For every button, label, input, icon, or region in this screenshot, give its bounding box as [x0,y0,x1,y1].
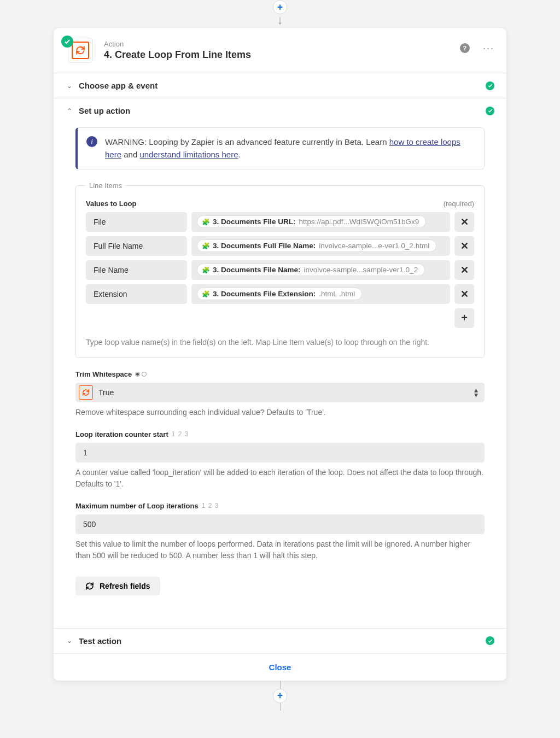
add-step-top[interactable]: + [273,0,287,14]
required-label: (required) [444,200,474,208]
fieldset-legend: Line Items [86,181,125,190]
line-item-row: Full File Name🧩3. Documents Full File Na… [86,236,474,256]
refresh-icon [85,582,94,590]
line-item-key-input[interactable]: File Name [86,260,187,280]
remove-row-button[interactable]: ✕ [454,236,474,256]
help-icon[interactable]: ? [460,43,470,53]
counter-input[interactable]: 1 [75,443,485,462]
mapped-value-pill[interactable]: 🧩3. Documents File Name: invoivce-sample… [197,263,425,276]
values-to-loop-label: Values to Loop [86,200,136,208]
loop-icon [79,385,93,400]
status-check-icon [486,636,494,645]
line-item-value-input[interactable]: 🧩3. Documents Full File Name: invoivce-s… [191,236,450,256]
mapped-value-pill[interactable]: 🧩3. Documents File URL: https://api.pdf.… [197,215,426,228]
remove-row-button[interactable]: ✕ [454,284,474,304]
warning-banner: i WARNING: Looping by Zapier is an advan… [75,127,485,169]
step-title: 4. Create Loop From Line Items [104,49,251,61]
section-setup-action[interactable]: ⌃ Set up action [54,98,506,123]
warning-text: WARNING: Looping by Zapier is an advance… [105,136,475,161]
line-item-row: File Name🧩3. Documents File Name: invoiv… [86,260,474,280]
step-kicker: Action [104,40,251,48]
section-setup-body: i WARNING: Looping by Zapier is an advan… [54,123,506,628]
chevron-down-icon: ⌄ [66,637,73,645]
action-card: Action 4. Create Loop From Line Items ? … [53,27,507,681]
puzzle-icon: 🧩 [202,242,209,250]
status-check-icon [61,36,73,48]
section-label: Test action [79,636,121,646]
more-menu[interactable]: ··· [483,43,494,53]
chevron-down-icon: ⌄ [66,82,73,90]
trim-help: Remove whitespace surrounding each indiv… [75,407,485,418]
card-header: Action 4. Create Loop From Line Items ? … [54,28,506,73]
trim-label: Trim Whitespace [75,370,485,378]
section-choose-app[interactable]: ⌄ Choose app & event [54,73,506,98]
section-label: Set up action [79,106,130,115]
line-item-row: Extension🧩3. Documents File Extension: .… [86,284,474,304]
add-row-button[interactable]: + [454,308,474,328]
line-item-value-input[interactable]: 🧩3. Documents File Name: invoivce-sample… [191,260,450,280]
trim-value: True [98,388,474,397]
mapped-value-pill[interactable]: 🧩3. Documents File Extension: .html, .ht… [197,288,362,300]
close-button[interactable]: Close [269,663,291,672]
line-item-key-input[interactable]: Extension [86,284,187,304]
chevron-up-icon: ⌃ [66,107,73,115]
link-limitations[interactable]: understand limitations here [139,150,238,159]
line-item-value-input[interactable]: 🧩3. Documents File URL: https://api.pdf.… [191,212,450,232]
line-item-key-input[interactable]: Full File Name [86,236,187,256]
status-check-icon [486,107,494,115]
puzzle-icon: 🧩 [202,218,209,226]
mapped-value-pill[interactable]: 🧩3. Documents Full File Name: invoivce-s… [197,239,436,252]
line-items-hint: Type loop value name(s) in the field(s) … [86,338,474,347]
counter-help: A counter value called 'loop_iteration' … [75,467,485,490]
max-label: Maximum number of Loop iterations 1 2 3 [75,502,485,510]
select-caret-icon: ▴▾ [474,388,478,397]
line-item-key-input[interactable]: File [86,212,187,232]
trim-select[interactable]: True ▴▾ [75,383,485,402]
add-step-bottom[interactable]: + [273,689,287,703]
info-icon: i [86,136,97,147]
line-items-fieldset: Line Items Values to Loop (required) Fil… [75,181,485,358]
max-help: Set this value to limit the number of lo… [75,538,485,561]
loop-icon [75,45,85,55]
arrow-down-icon: ↓ [277,13,283,27]
line-item-value-input[interactable]: 🧩3. Documents File Extension: .html, .ht… [191,284,450,304]
puzzle-icon: 🧩 [202,266,209,274]
remove-row-button[interactable]: ✕ [454,212,474,232]
connector-line [280,703,281,711]
section-test-action[interactable]: ⌄ Test action [54,629,506,653]
max-input[interactable]: 500 [75,514,485,534]
connector-line [280,681,281,689]
section-label: Choose app & event [79,81,158,90]
radio-icons [135,372,147,377]
status-check-icon [486,81,494,90]
line-item-row: File🧩3. Documents File URL: https://api.… [86,212,474,232]
puzzle-icon: 🧩 [202,290,209,298]
remove-row-button[interactable]: ✕ [454,260,474,280]
refresh-fields-button[interactable]: Refresh fields [75,577,160,595]
counter-label: Loop iteration counter start 1 2 3 [75,430,485,438]
